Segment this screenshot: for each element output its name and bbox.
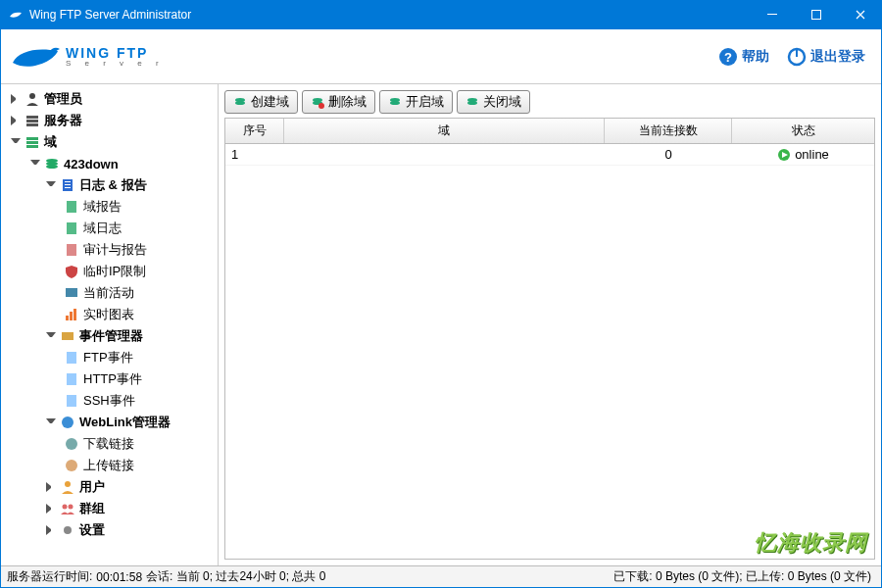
svg-point-33 bbox=[66, 460, 77, 471]
svg-rect-12 bbox=[26, 145, 38, 148]
minimize-button[interactable] bbox=[750, 0, 794, 29]
svg-point-6 bbox=[29, 93, 35, 99]
chart-icon bbox=[64, 307, 79, 322]
sidebar-item-event-manager[interactable]: 事件管理器 bbox=[1, 325, 218, 347]
sidebar-item-domain[interactable]: 域 bbox=[1, 131, 218, 153]
svg-rect-26 bbox=[74, 309, 76, 320]
create-domain-button[interactable]: 创建域 bbox=[224, 90, 298, 114]
help-link[interactable]: ? 帮助 bbox=[718, 47, 769, 67]
sidebar-item-domain-name[interactable]: 423down bbox=[1, 153, 218, 174]
stack-play-icon bbox=[388, 95, 402, 109]
svg-rect-5 bbox=[796, 49, 798, 57]
window-controls bbox=[750, 0, 882, 29]
stack-stop-icon bbox=[466, 95, 479, 109]
sidebar-tree[interactable]: 管理员 服务器 域 423down 日志 & 报告 域报告 域日志 审计与报告 … bbox=[1, 84, 219, 565]
svg-point-15 bbox=[46, 165, 58, 169]
sidebar-item-settings[interactable]: 设置 bbox=[1, 519, 218, 541]
power-icon bbox=[787, 47, 807, 67]
report-icon bbox=[60, 177, 75, 193]
sidebar-item-ip-limit[interactable]: 临时IP限制 bbox=[1, 261, 218, 282]
close-button[interactable] bbox=[838, 0, 882, 29]
stop-domain-button[interactable]: 关闭域 bbox=[457, 90, 530, 114]
table-row[interactable]: 1 0 online bbox=[225, 144, 874, 166]
server-icon bbox=[24, 113, 40, 128]
sidebar-item-http-event[interactable]: HTTP事件 bbox=[1, 368, 218, 390]
sidebar-item-server[interactable]: 服务器 bbox=[1, 110, 218, 131]
doc-icon bbox=[64, 199, 79, 215]
svg-rect-0 bbox=[767, 14, 777, 15]
delete-domain-button[interactable]: 删除域 bbox=[302, 90, 375, 114]
svg-point-31 bbox=[62, 416, 74, 428]
domain-toolbar: 创建域 删除域 开启域 关闭域 bbox=[224, 90, 875, 114]
svg-rect-17 bbox=[65, 181, 71, 182]
svg-point-37 bbox=[64, 526, 72, 534]
sidebar-item-ssh-event[interactable]: SSH事件 bbox=[1, 390, 218, 412]
admin-icon bbox=[24, 91, 40, 107]
sidebar-item-download-link[interactable]: 下载链接 bbox=[1, 433, 218, 455]
cell-seq: 1 bbox=[225, 147, 284, 162]
svg-point-34 bbox=[65, 481, 71, 487]
gear-icon bbox=[60, 522, 75, 538]
svg-rect-30 bbox=[67, 395, 76, 407]
col-connections[interactable]: 当前连接数 bbox=[605, 119, 732, 143]
transfer-text: 已下载: 0 Bytes (0 文件); 已上传: 0 Bytes (0 文件) bbox=[613, 568, 871, 585]
shield-icon bbox=[64, 264, 79, 279]
col-status[interactable]: 状态 bbox=[732, 119, 874, 143]
svg-rect-10 bbox=[26, 137, 38, 140]
svg-rect-27 bbox=[62, 332, 74, 340]
app-header: WING FTP S e r v e r ? 帮助 退出登录 bbox=[1, 29, 881, 84]
stack-add-icon bbox=[233, 95, 247, 109]
logo: WING FTP S e r v e r bbox=[9, 41, 701, 73]
upload-icon bbox=[64, 458, 79, 473]
stack-icon bbox=[44, 156, 60, 172]
svg-rect-19 bbox=[65, 187, 71, 188]
monitor-icon bbox=[64, 285, 79, 301]
sidebar-item-ftp-event[interactable]: FTP事件 bbox=[1, 347, 218, 368]
audit-icon bbox=[64, 242, 79, 258]
whale-icon bbox=[9, 41, 62, 73]
col-seq[interactable]: 序号 bbox=[225, 119, 284, 143]
logo-text-sub: S e r v e r bbox=[66, 59, 165, 68]
status-bar: 服务器运行时间: 00:01:58 会话: 当前 0; 过去24小时 0; 总共… bbox=[1, 565, 881, 587]
svg-rect-22 bbox=[67, 244, 76, 256]
svg-point-46 bbox=[467, 101, 477, 105]
cell-status: online bbox=[732, 147, 874, 162]
svg-point-35 bbox=[63, 505, 68, 510]
sidebar-item-weblink[interactable]: WebLink管理器 bbox=[1, 412, 218, 433]
app-icon bbox=[8, 7, 24, 23]
col-domain[interactable]: 域 bbox=[284, 119, 605, 143]
sidebar-item-admin[interactable]: 管理员 bbox=[1, 88, 218, 110]
sidebar-item-domain-log[interactable]: 域日志 bbox=[1, 218, 218, 239]
event-icon bbox=[60, 328, 75, 344]
svg-point-39 bbox=[235, 101, 245, 105]
user-icon bbox=[60, 479, 75, 495]
svg-point-42 bbox=[318, 103, 324, 109]
svg-rect-20 bbox=[67, 201, 76, 213]
sidebar-item-users[interactable]: 用户 bbox=[1, 476, 218, 498]
sidebar-item-upload-link[interactable]: 上传链接 bbox=[1, 455, 218, 476]
uptime-label: 服务器运行时间: bbox=[7, 568, 92, 585]
window-title: Wing FTP Server Administrator bbox=[29, 8, 750, 22]
svg-rect-18 bbox=[65, 184, 71, 185]
sidebar-item-chart[interactable]: 实时图表 bbox=[1, 304, 218, 325]
page-icon bbox=[64, 371, 79, 387]
svg-point-44 bbox=[390, 101, 400, 105]
start-domain-button[interactable]: 开启域 bbox=[379, 90, 453, 114]
svg-rect-24 bbox=[66, 316, 69, 320]
logout-link[interactable]: 退出登录 bbox=[787, 47, 865, 67]
svg-rect-9 bbox=[26, 123, 38, 126]
sidebar-item-groups[interactable]: 群组 bbox=[1, 498, 218, 519]
sidebar-item-log-report[interactable]: 日志 & 报告 bbox=[1, 174, 218, 196]
svg-rect-11 bbox=[26, 141, 38, 144]
svg-rect-28 bbox=[67, 352, 76, 364]
group-icon bbox=[60, 501, 75, 516]
svg-rect-1 bbox=[811, 11, 820, 20]
online-icon bbox=[777, 148, 791, 162]
maximize-button[interactable] bbox=[794, 0, 838, 29]
help-icon: ? bbox=[718, 47, 738, 67]
sidebar-item-domain-report[interactable]: 域报告 bbox=[1, 196, 218, 218]
sidebar-item-activity[interactable]: 当前活动 bbox=[1, 282, 218, 304]
sidebar-item-audit[interactable]: 审计与报告 bbox=[1, 239, 218, 261]
uptime-value: 00:01:58 bbox=[96, 570, 142, 584]
svg-rect-29 bbox=[67, 373, 76, 385]
